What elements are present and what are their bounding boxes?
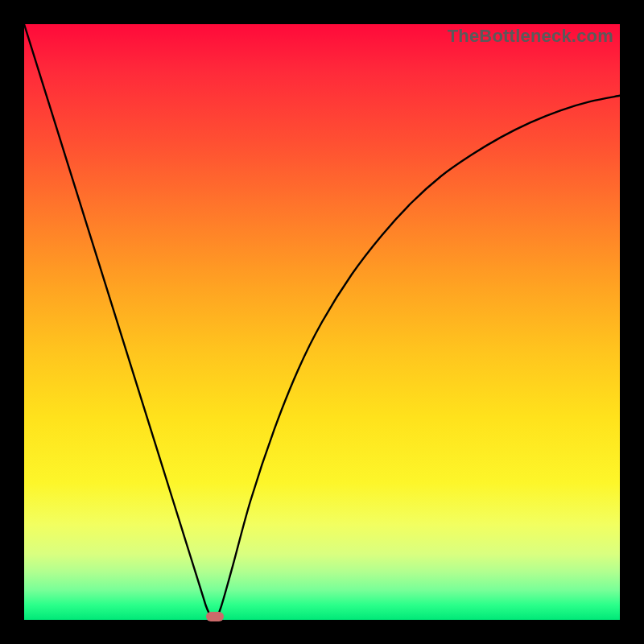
bottleneck-curve bbox=[24, 24, 620, 620]
plot-area: TheBottleneck.com bbox=[24, 24, 620, 620]
optimal-point-marker bbox=[206, 612, 224, 621]
chart-frame: TheBottleneck.com bbox=[0, 0, 644, 644]
